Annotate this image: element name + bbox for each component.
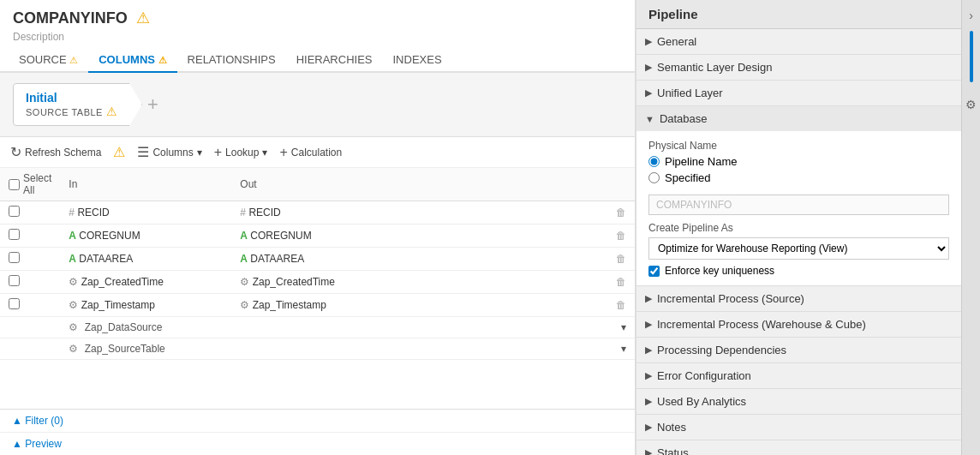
section-general-header[interactable]: ▶ General [636, 29, 961, 54]
columns-warn: ⚠ [158, 55, 167, 65]
columns-button[interactable]: ☰ Columns ▾ [137, 144, 201, 160]
source-warn: ⚠ [69, 55, 78, 65]
delete-coregnum-button[interactable]: 🗑 [607, 225, 635, 248]
specified-value-input[interactable] [648, 195, 949, 215]
specified-option[interactable]: Specified [648, 171, 949, 184]
section-incremental-source-header[interactable]: ▶ Incremental Process (Source) [636, 286, 961, 311]
unified-label: Unified Layer [657, 87, 723, 99]
delete-dataarea-button[interactable]: 🗑 [607, 248, 635, 271]
tab-source[interactable]: SOURCE ⚠ [9, 48, 88, 73]
type-icon-hash: # [69, 207, 75, 219]
error-arrow-icon: ▶ [645, 370, 652, 381]
enforce-key-row[interactable]: Enforce key uniqueness [648, 265, 949, 277]
general-arrow-icon: ▶ [645, 36, 652, 47]
settings-icon[interactable]: ⚙ [965, 98, 977, 111]
select-all-header: Select All [0, 168, 60, 201]
tab-relationships[interactable]: RELATIONSHIPS [177, 48, 286, 73]
section-database-header[interactable]: ▼ Database [636, 106, 961, 131]
specified-label: Specified [665, 171, 710, 184]
lookup-plus-icon: + [214, 145, 222, 160]
lookup-dropdown-icon: ▾ [262, 147, 267, 159]
right-panel-header: Pipeline [636, 0, 961, 29]
zap-datasource-dropdown[interactable]: ▾ [607, 317, 635, 338]
notes-arrow-icon: ▶ [645, 422, 652, 433]
section-semantic-header[interactable]: ▶ Semantic Layer Design [636, 55, 961, 80]
calculation-button[interactable]: + Calculation [279, 145, 342, 160]
section-incremental-warehouse-header[interactable]: ▶ Incremental Process (Warehouse & Cube) [636, 312, 961, 337]
section-unified-header[interactable]: ▶ Unified Layer [636, 81, 961, 105]
used-by-label: Used By Analytics [657, 395, 746, 408]
delete-zap-created-button[interactable]: 🗑 [607, 271, 635, 294]
stage-warn-icon: ⚠ [106, 105, 118, 118]
lookup-button[interactable]: + Lookup ▾ [214, 145, 268, 160]
blue-indicator-bar [970, 31, 973, 82]
row-out-zap-ts: ⚙ Zap_Timestamp [231, 294, 607, 317]
row-checkbox-zap-created[interactable] [9, 275, 20, 286]
section-notes-header[interactable]: ▶ Notes [636, 415, 961, 440]
add-stage-button[interactable]: + [147, 93, 158, 116]
tab-bar: SOURCE ⚠ COLUMNS ⚠ RELATIONSHIPS HIERARC… [0, 48, 635, 73]
toolbar-warn-icon: ⚠ [113, 144, 125, 160]
section-list: ▶ General ▶ Semantic Layer Design ▶ Unif… [636, 29, 961, 455]
table-row: # RECID # RECID 🗑 [0, 201, 635, 225]
row-in-coregnum: A COREGNUM [60, 225, 231, 248]
section-incremental-source: ▶ Incremental Process (Source) [636, 286, 961, 312]
collapse-right-button[interactable]: › [969, 9, 973, 22]
pipeline-name-radio[interactable] [648, 156, 660, 167]
delete-recid-button[interactable]: 🗑 [607, 201, 635, 225]
general-label: General [657, 35, 696, 48]
col-in-header: In [60, 168, 231, 201]
tab-indexes[interactable]: INDEXES [383, 48, 452, 73]
inc-wh-label: Incremental Process (Warehouse & Cube) [657, 318, 866, 331]
row-checkbox-coregnum[interactable] [9, 229, 20, 240]
type-icon-gear2: ⚙ [69, 299, 78, 311]
specified-radio[interactable] [648, 172, 660, 183]
create-pipeline-label: Create Pipeline As [648, 222, 949, 234]
type-icon-a2: A [69, 253, 76, 265]
section-semantic: ▶ Semantic Layer Design [636, 55, 961, 81]
row-in-recid: # RECID [60, 201, 231, 225]
exp-zap-datasource: ⚙ Zap_DataSource [60, 317, 607, 338]
left-panel: COMPANYINFO ⚠ Description SOURCE ⚠ COLUM… [0, 0, 636, 455]
create-pipeline-select[interactable]: Optimize for Warehouse Reporting (View) … [648, 237, 949, 260]
section-general: ▶ General [636, 29, 961, 55]
section-used-by-header[interactable]: ▶ Used By Analytics [636, 389, 961, 414]
delete-zap-ts-button[interactable]: 🗑 [607, 294, 635, 317]
stage-name: Initial [26, 91, 117, 105]
table-row: ⚙ Zap_Timestamp ⚙ Zap_Timestamp 🗑 [0, 294, 635, 317]
enforce-key-checkbox[interactable] [648, 266, 660, 277]
row-checkbox-recid[interactable] [9, 206, 20, 217]
row-checkbox-zap-ts[interactable] [9, 298, 20, 309]
preview-bar[interactable]: ▲ Preview [0, 433, 635, 455]
columns-icon: ☰ [137, 144, 149, 160]
section-status-header[interactable]: ▶ Status [636, 440, 961, 455]
table-row: ⚙ Zap_CreatedTime ⚙ Zap_CreatedTime 🗑 [0, 271, 635, 294]
description: Description [0, 31, 635, 48]
list-item: ⚙ Zap_DataSource ▾ [0, 317, 635, 338]
proc-deps-label: Processing Dependencies [657, 344, 786, 356]
section-unified: ▶ Unified Layer [636, 81, 961, 106]
proc-deps-arrow-icon: ▶ [645, 344, 652, 356]
filter-bar[interactable]: ▲ Filter (0) [0, 410, 635, 433]
refresh-icon: ↻ [10, 144, 21, 160]
error-label: Error Configuration [657, 369, 751, 382]
semantic-arrow-icon: ▶ [645, 62, 652, 73]
toolbar: ↻ Refresh Schema ⚠ ☰ Columns ▾ + Lookup … [0, 137, 635, 168]
status-arrow-icon: ▶ [645, 447, 652, 455]
section-error-config: ▶ Error Configuration [636, 363, 961, 389]
zap-sourcetable-dropdown[interactable]: ▾ [607, 338, 635, 360]
tab-columns[interactable]: COLUMNS ⚠ [88, 48, 176, 73]
refresh-schema-button[interactable]: ↻ Refresh Schema [10, 144, 101, 160]
inc-source-arrow-icon: ▶ [645, 293, 652, 304]
database-label: Database [660, 112, 708, 125]
stage-sub: SOURCE TABLE ⚠ [26, 105, 117, 118]
row-checkbox-dataarea[interactable] [9, 252, 20, 263]
pipeline-name-option[interactable]: Pipeline Name [648, 155, 949, 168]
section-error-config-header[interactable]: ▶ Error Configuration [636, 363, 961, 388]
select-all-checkbox[interactable] [9, 179, 20, 190]
exp-zap-sourcetable: ⚙ Zap_SourceTable [60, 338, 607, 360]
tab-hierarchies[interactable]: HIERARCHIES [286, 48, 383, 73]
stage-initial[interactable]: Initial SOURCE TABLE ⚠ [13, 83, 142, 126]
row-out-zap-created: ⚙ Zap_CreatedTime [231, 271, 607, 294]
section-processing-deps-header[interactable]: ▶ Processing Dependencies [636, 338, 961, 362]
